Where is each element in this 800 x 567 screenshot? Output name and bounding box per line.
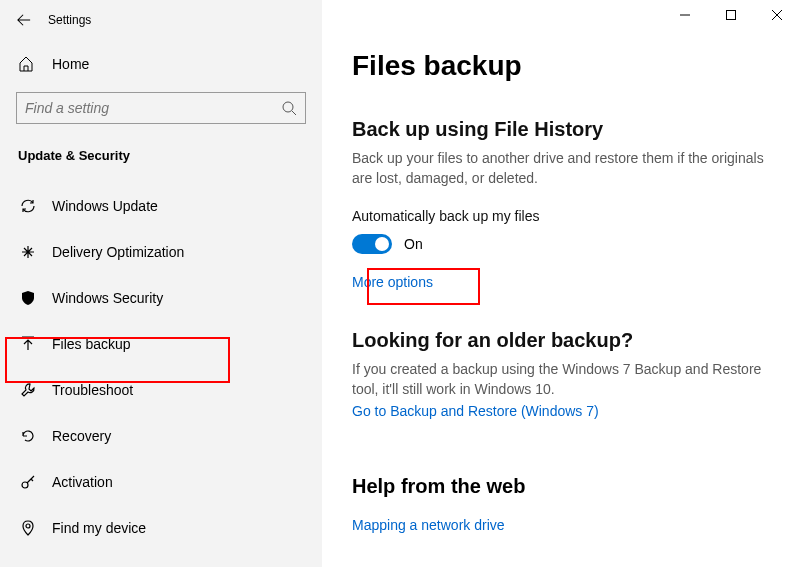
search-field[interactable]: [25, 100, 281, 116]
section-desc: If you created a backup using the Window…: [352, 360, 770, 399]
sidebar-item-windows-security[interactable]: Windows Security: [0, 275, 322, 321]
toggle-state: On: [404, 236, 423, 252]
setting-label: Automatically back up my files: [352, 208, 770, 224]
sidebar-item-delivery-optimization[interactable]: Delivery Optimization: [0, 229, 322, 275]
category-title: Update & Security: [0, 124, 322, 173]
shield-icon: [18, 290, 38, 306]
sidebar-item-find-my-device[interactable]: Find my device: [0, 505, 322, 551]
delivery-icon: [18, 244, 38, 260]
maximize-icon: [726, 10, 736, 20]
sidebar-item-troubleshoot[interactable]: Troubleshoot: [0, 367, 322, 413]
home-label: Home: [52, 56, 89, 72]
sidebar-item-activation[interactable]: Activation: [0, 459, 322, 505]
minimize-button[interactable]: [662, 0, 708, 30]
sidebar-item-label: Windows Security: [52, 290, 163, 306]
location-icon: [18, 520, 38, 536]
section-desc: Back up your files to another drive and …: [352, 149, 770, 188]
home-button[interactable]: Home: [0, 44, 322, 84]
backup-restore-link[interactable]: Go to Backup and Restore (Windows 7): [352, 403, 599, 419]
sidebar-item-label: Recovery: [52, 428, 111, 444]
mapping-drive-link[interactable]: Mapping a network drive: [352, 517, 505, 533]
more-options-link[interactable]: More options: [352, 274, 433, 290]
section-title-older-backup: Looking for an older backup?: [352, 329, 770, 352]
sidebar-item-files-backup[interactable]: Files backup: [0, 321, 322, 367]
wrench-icon: [18, 382, 38, 398]
home-icon: [18, 56, 38, 72]
search-input[interactable]: [16, 92, 306, 124]
sidebar-item-label: Files backup: [52, 336, 131, 352]
close-icon: [772, 10, 782, 20]
key-icon: [18, 474, 38, 490]
sidebar-item-recovery[interactable]: Recovery: [0, 413, 322, 459]
window-title: Settings: [48, 13, 91, 27]
section-title-help: Help from the web: [352, 475, 770, 498]
auto-backup-toggle[interactable]: [352, 234, 392, 254]
sync-icon: [18, 198, 38, 214]
maximize-button[interactable]: [708, 0, 754, 30]
sidebar-item-label: Troubleshoot: [52, 382, 133, 398]
backup-icon: [18, 336, 38, 352]
close-button[interactable]: [754, 0, 800, 30]
minimize-icon: [680, 10, 690, 20]
arrow-left-icon: [17, 13, 31, 27]
sidebar-item-label: Delivery Optimization: [52, 244, 184, 260]
recovery-icon: [18, 428, 38, 444]
back-button[interactable]: [0, 0, 48, 40]
svg-rect-3: [727, 11, 736, 20]
svg-point-2: [26, 524, 30, 528]
page-title: Files backup: [352, 50, 770, 82]
section-title-file-history: Back up using File History: [352, 118, 770, 141]
sidebar-item-label: Windows Update: [52, 198, 158, 214]
sidebar-item-windows-update[interactable]: Windows Update: [0, 183, 322, 229]
sidebar-item-label: Activation: [52, 474, 113, 490]
sidebar-item-label: Find my device: [52, 520, 146, 536]
search-icon: [281, 100, 297, 116]
svg-point-0: [283, 102, 293, 112]
